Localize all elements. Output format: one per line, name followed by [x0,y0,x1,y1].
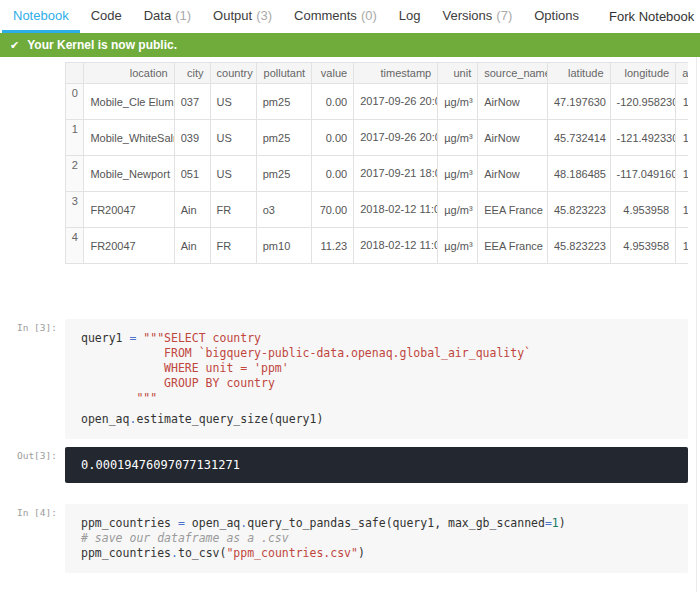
table-cell: FR20047 [84,228,174,264]
tab-log[interactable]: Log [388,0,432,33]
tab-label: Options [534,8,579,23]
column-header: timestamp [354,63,438,84]
code-token: query1 [81,331,129,345]
table-cell: 2018-02-12 11:00:00+00:00 [354,192,438,228]
code-token: ppm_countries [81,516,178,530]
table-cell: Ain [174,228,210,264]
table-cell: µg/m³ [438,156,478,192]
table-cell: Mobile_WhiteSalmon [84,120,174,156]
table-cell: µg/m³ [438,84,478,120]
top-nav: NotebookCodeData(1)Output(3)Comments(0)L… [0,0,700,33]
table-cell: o3 [256,192,311,228]
column-header: latitude [547,63,610,84]
table-cell: µg/m³ [438,192,478,228]
table-cell: 0.00 [312,156,354,192]
table-cell: AirNow [478,156,548,192]
tab-comments[interactable]: Comments(0) [283,0,388,33]
code-token: """ [81,391,157,405]
output-box: 0.00019476097077131271 [65,447,688,483]
table-cell: US [210,120,256,156]
column-header: avera [676,63,688,84]
code-token: # save our dataframe as a .csv [81,531,289,545]
fork-notebook-button[interactable]: Fork Notebook [590,0,700,33]
code-line: """ [81,391,672,406]
code-token: estimate_query_size(query1) [136,412,323,426]
code-token: ) [559,516,566,530]
code-box-in4: ppm_countries = open_aq.query_to_pandas_… [65,504,688,573]
table-cell: 1.0 [676,156,688,192]
table-cell: AirNow [478,120,548,156]
tab-label: Comments [294,8,357,23]
output-value: 0.00019476097077131271 [81,458,240,472]
tab-count: (0) [361,8,377,23]
table-cell: 1.0 [676,228,688,264]
table-cell: FR [210,228,256,264]
dataframe-output: locationcitycountrypollutantvaluetimesta… [65,62,688,264]
table-cell: 4.953958 [610,228,676,264]
code-line: GROUP BY country [81,376,672,391]
column-header: city [174,63,210,84]
tab-output[interactable]: Output(3) [202,0,283,33]
code-line: query1 = """SELECT country [81,331,672,346]
table-row: 0Mobile_Cle Elum037USpm250.002017-09-26 … [66,84,689,120]
tab-code[interactable]: Code [80,0,133,33]
table-cell: 4.953958 [610,192,676,228]
tab-versions[interactable]: Versions(7) [431,0,523,33]
tab-label: Output [213,8,252,23]
row-index: 3 [66,192,84,228]
table-cell: 0.00 [312,120,354,156]
code-token: GROUP BY country [81,376,275,390]
table-cell: -117.049160 [610,156,676,192]
table-cell: US [210,156,256,192]
table-cell: FR [210,192,256,228]
table-cell: FR20047 [84,192,174,228]
table-cell: 45.823223 [547,228,610,264]
table-cell: 45.823223 [547,192,610,228]
table-row: 2Mobile_Newport051USpm250.002017-09-21 1… [66,156,689,192]
code-token: = [178,516,192,530]
code-token: open_aq [81,412,129,426]
code-token: 1 [552,516,559,530]
table-cell: 2017-09-26 20:00:00+00:00 [354,120,438,156]
table-cell: Mobile_Cle Elum [84,84,174,120]
code-token: . [171,546,178,560]
table-cell: 48.186485 [547,156,610,192]
kernel-public-banner: ✔ Your Kernel is now public. [0,33,700,57]
code-token: ) [358,546,365,560]
content-card-edge [696,57,697,592]
tab-label: Notebook [13,8,69,23]
table-cell: 70.00 [312,192,354,228]
code-line: open_aq.estimate_query_size(query1) [81,412,672,427]
column-header: location [84,63,174,84]
tab-options[interactable]: Options [523,0,590,33]
code-token: query_to_pandas_safe(query1, max_gb_scan… [247,516,545,530]
code-line: # save our dataframe as a .csv [81,531,672,546]
table-cell: µg/m³ [438,120,478,156]
column-header: pollutant [256,63,311,84]
code-token: = [129,331,143,345]
code-token: """SELECT country [143,331,261,345]
row-index: 0 [66,84,84,120]
table-cell: pm25 [256,156,311,192]
tab-label: Data [144,8,171,23]
cell-label-in3: In [3]: [0,322,57,333]
tab-label: Versions [442,8,492,23]
tab-count: (7) [496,8,512,23]
table-cell: 0.00 [312,84,354,120]
code-token: "ppm_countries.csv" [226,546,358,560]
tab-label: Code [91,8,122,23]
table-cell: Mobile_Newport [84,156,174,192]
table-cell: 11.23 [312,228,354,264]
tab-data[interactable]: Data(1) [133,0,202,33]
code-box-in3: query1 = """SELECT country FROM `bigquer… [65,319,688,439]
table-cell: pm25 [256,120,311,156]
column-header: source_name [478,63,548,84]
table-row: 4FR20047AinFRpm1011.232018-02-12 11:00:0… [66,228,689,264]
tab-notebook[interactable]: Notebook [2,0,80,33]
table-cell: 45.732414 [547,120,610,156]
table-cell: AirNow [478,84,548,120]
table-cell: 2017-09-21 18:00:00+00:00 [354,156,438,192]
table-cell: 051 [174,156,210,192]
code-token: = [545,516,552,530]
output-cell-out3: Out[3]: 0.00019476097077131271 [65,447,688,483]
